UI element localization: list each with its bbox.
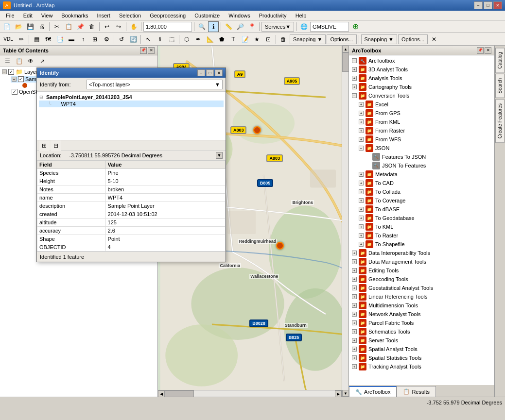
toolbox-item-2[interactable]: + 📁 Cartography Tools	[350, 83, 493, 91]
expand-btn-14[interactable]: +	[359, 189, 364, 194]
paste-button[interactable]: 📌	[75, 21, 86, 32]
expand-btn-28[interactable]: +	[352, 312, 357, 317]
print-button[interactable]: 🖨	[36, 21, 47, 32]
new-button[interactable]: 📄	[1, 21, 12, 32]
menu-insert[interactable]: Insert	[93, 12, 114, 19]
menu-edit[interactable]: Edit	[19, 12, 36, 19]
toolbox-item-16[interactable]: + 📁 To dBASE	[350, 205, 493, 214]
scroll-up-btn[interactable]: ▲	[342, 46, 348, 52]
toc-list-btn[interactable]: ☰	[2, 56, 13, 67]
expand-btn-3[interactable]: −	[352, 93, 357, 98]
zoom-button[interactable]: 🔍	[196, 21, 207, 32]
expand-btn-20[interactable]: +	[359, 242, 364, 247]
pointer-button[interactable]: ↖	[143, 34, 154, 45]
expand-btn-34[interactable]: +	[352, 364, 357, 369]
symbol-btn[interactable]: ★	[251, 34, 262, 45]
expand-btn-9[interactable]: −	[359, 146, 364, 151]
scale-dropdown[interactable]: 1:80,000	[143, 22, 192, 32]
rotate-button[interactable]: ↺	[116, 34, 127, 45]
tree-layer-item[interactable]: ⊟ SamplePointLayer_20141203_JS4	[39, 94, 224, 101]
edit-btn2[interactable]: ⬡	[181, 34, 192, 45]
line-btn[interactable]: 📐	[205, 34, 215, 45]
toolbox-item-18[interactable]: + 📁 To KML	[350, 222, 493, 231]
text-btn[interactable]: T	[228, 34, 239, 45]
expand-btn-0[interactable]: +	[352, 67, 357, 72]
toolbox-item-4[interactable]: + 📁 Excel	[350, 100, 493, 109]
toolbox-pin-button[interactable]: 📌	[477, 47, 484, 54]
toolbox-item-20[interactable]: + 📁 To Shapefile	[350, 240, 493, 249]
expand-btn-22[interactable]: +	[352, 259, 357, 264]
expand-btn-26[interactable]: +	[352, 294, 357, 299]
measure-button[interactable]: 📏	[223, 21, 234, 32]
menu-windows[interactable]: Windows	[225, 12, 254, 19]
tab-results[interactable]: 📋 Results	[397, 386, 436, 397]
expand-btn-2[interactable]: +	[352, 84, 357, 89]
toolbox-item-6[interactable]: + 📁 From KML	[350, 118, 493, 126]
toolbox-item-29[interactable]: + 📁 Parcel Fabric Tools	[350, 319, 493, 327]
toolbox-item-23[interactable]: + 📁 Editing Tools	[350, 266, 493, 275]
search-button[interactable]: 🔎	[235, 21, 245, 32]
redo-button[interactable]: ↪	[113, 21, 124, 32]
save-button[interactable]: 💾	[25, 21, 35, 32]
toolbox-item-26[interactable]: + 📁 Linear Referencing Tools	[350, 292, 493, 301]
toolbox-item-8[interactable]: + 📁 From WFS	[350, 135, 493, 144]
search-tab[interactable]: Search	[495, 74, 505, 98]
toolbox-item-17[interactable]: + 📁 To Geodatabase	[350, 214, 493, 222]
expand-btn-15[interactable]: +	[359, 198, 364, 203]
layers-expand-btn[interactable]: −	[2, 69, 7, 74]
refresh-button[interactable]: 🔄	[128, 34, 139, 45]
toc-controls[interactable]: 📌 ✕	[140, 47, 155, 54]
map-scrollbar-horizontal[interactable]: ◀ ▶	[158, 390, 342, 397]
toolbox-item-24[interactable]: + 📁 Geocoding Tools	[350, 275, 493, 284]
toolbox-item-19[interactable]: + 📁 To Raster	[350, 231, 493, 240]
toolbox-item-21[interactable]: + 📁 Data Interoperability Tools	[350, 249, 493, 257]
location-expand-btn[interactable]: ▼	[216, 152, 223, 159]
menu-selection[interactable]: Selection	[115, 12, 145, 19]
gmslive-dropdown[interactable]: GMSLIVE	[310, 22, 349, 32]
table-button[interactable]: ▦	[31, 34, 42, 45]
eraser-btn[interactable]: 🗑	[278, 34, 289, 45]
toc-source-btn[interactable]: 📋	[14, 56, 24, 67]
toolbox-item-33[interactable]: + 📁 Spatial Statistics Tools	[350, 353, 493, 362]
identify-maximize-btn[interactable]: □	[206, 69, 214, 76]
toolbox-item-28[interactable]: + 📁 Network Analyst Tools	[350, 310, 493, 319]
expand-btn-8[interactable]: +	[359, 137, 364, 142]
layer2-checkbox[interactable]: ✓	[12, 89, 17, 95]
undo-button[interactable]: ↩	[102, 21, 112, 32]
minimize-button[interactable]: −	[474, 1, 483, 9]
scale-bar-button[interactable]: ▬	[66, 34, 77, 45]
geocode-button[interactable]: 📍	[246, 21, 257, 32]
expand-btn-17[interactable]: +	[359, 216, 364, 220]
vdl-button[interactable]: VDL	[1, 34, 15, 45]
toolbox-item-0[interactable]: + 📁 3D Analyst Tools	[350, 65, 493, 74]
identify-from-dropdown[interactable]: <Top-most layer> ▼	[87, 80, 223, 89]
expand-btn-4[interactable]: +	[359, 102, 364, 107]
toolbox-close-button[interactable]: ✕	[485, 47, 491, 54]
toolbox-item-25[interactable]: + 📁 Geostatistical Analyst Tools	[350, 284, 493, 292]
toolbox-item-34[interactable]: + 📁 Tracking Analyst Tools	[350, 362, 493, 371]
scroll-down-btn[interactable]: ▼	[342, 390, 348, 397]
toolbox-item-1[interactable]: + 📁 Analysis Tools	[350, 74, 493, 83]
map-scrollbar-vertical[interactable]: ▲ ▼	[342, 46, 348, 397]
expand-btn-25[interactable]: +	[352, 286, 357, 290]
expand-btn-32[interactable]: +	[352, 347, 357, 352]
menu-geoprocessing[interactable]: Geoprocessing	[146, 12, 190, 19]
pan-button[interactable]: ✋	[128, 21, 139, 32]
graticule-button[interactable]: ⊞	[89, 34, 100, 45]
delete-button[interactable]: 🗑	[87, 21, 97, 32]
expand-btn-6[interactable]: +	[359, 119, 364, 124]
scroll-track-v[interactable]	[342, 52, 348, 390]
toolbox-root[interactable]: − 🔧 ArcToolbox	[350, 56, 493, 65]
draw-btn[interactable]: ✒	[193, 34, 204, 45]
open-button[interactable]: 📂	[13, 21, 24, 32]
toolbox-item-9[interactable]: − 📁 JSON	[350, 144, 493, 152]
expand-btn-12[interactable]: +	[359, 172, 364, 177]
expand-btn-5[interactable]: +	[359, 111, 364, 116]
expand-btn-24[interactable]: +	[352, 277, 357, 282]
info-btn2[interactable]: ℹ	[155, 34, 165, 45]
menu-productivity[interactable]: Productivity	[255, 12, 291, 19]
tab-arctoolbox[interactable]: 🔧 ArcToolbox	[349, 386, 397, 397]
menu-help[interactable]: Help	[292, 12, 311, 19]
expand-btn-16[interactable]: +	[359, 207, 364, 212]
close-toolbar[interactable]: ✕	[429, 34, 439, 45]
